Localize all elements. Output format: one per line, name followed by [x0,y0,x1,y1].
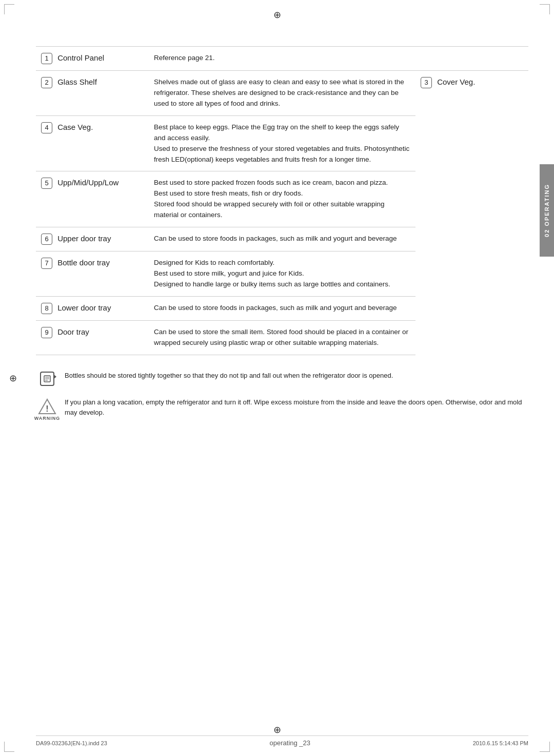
num-badge: 9 [41,327,52,338]
side-tab-text: 02 OPERATING [544,184,550,237]
compass-top-icon: ⊕ [273,9,281,21]
table-row-label: 4 Case Veg. [36,115,149,171]
num-badge: 2 [41,77,52,88]
table-row-desc: Can be used to store the small item. Sto… [149,320,416,355]
table-row: 8 Lower door trayCan be used to store fo… [36,296,528,320]
notes-section: Bottles should be stored tightly togethe… [36,371,528,421]
num-badge: 1 [41,53,52,64]
crop-mark-tr [540,4,550,14]
num-badge: 4 [41,122,52,133]
num-badge: 6 [41,234,52,245]
table-row-desc: Designed for Kids to reach comfortably.B… [149,251,416,297]
table-row-label: 6 Upper door tray [36,227,149,251]
table-row-label: 3 Cover Veg. [416,71,528,116]
memo-text: Bottles should be stored tightly togethe… [65,371,393,381]
num-badge: 8 [41,303,52,314]
table-row-label: 1 Control Panel [36,47,149,71]
table-row-label: 9 Door tray [36,320,149,355]
footer-left: DA99-03236J(EN-1).indd 23 [36,740,107,746]
table-row: 1 Control PanelReference page 21. [36,47,528,71]
table-row-desc: Best place to keep eggs. Place the Egg t… [149,115,416,171]
table-row-label: 2 Glass Shelf [36,71,149,116]
footer: DA99-03236J(EN-1).indd 23 operating _23 … [36,735,528,747]
warning-icon-inner: ! WARNING [36,398,58,421]
table-row-label: 5 Upp/Mid/Upp/Low [36,171,149,227]
table-row-desc: Can be used to store foods in packages, … [149,296,416,320]
svg-text:!: ! [46,404,48,413]
memo-icon-wrap [36,372,58,386]
footer-page-number: operating _23 [270,739,311,747]
warning-icon-wrap: ! WARNING [36,398,58,421]
footer-right: 2010.6.15 5:14:43 PM [473,740,528,746]
table-row-desc: Can be used to store foods in packages, … [149,227,416,251]
compass-left-icon: ⊕ [9,373,17,384]
num-badge: 5 [41,178,52,189]
crop-mark-tl [4,4,14,14]
num-badge: 7 [41,258,52,269]
num-badge: 3 [421,77,432,88]
table-row-desc: Shelves made out of glass are easy to cl… [149,71,416,116]
table-row: 4 Case Veg.Best place to keep eggs. Plac… [36,115,528,171]
table-row: 7 Bottle door trayDesigned for Kids to r… [36,251,528,297]
warning-text: If you plan a long vacation, empty the r… [65,397,528,418]
memo-svg [44,375,51,382]
table-row: 5 Upp/Mid/Upp/LowBest used to store pack… [36,171,528,227]
compass-bottom-icon: ⊕ [273,724,281,735]
table-row: 9 Door trayCan be used to store the smal… [36,320,528,355]
table-row-desc: Reference page 21. [149,47,416,71]
crop-mark-br [540,742,550,752]
memo-icon [40,372,54,386]
table-row-desc: Best used to store packed frozen foods s… [149,171,416,227]
side-tab: 02 OPERATING [540,164,554,257]
memo-note: Bottles should be stored tightly togethe… [36,371,528,386]
table-row: 6 Upper door trayCan be used to store fo… [36,227,528,251]
main-content: 1 Control PanelReference page 21.2 Glass… [36,46,528,725]
table-row-label: 8 Lower door tray [36,296,149,320]
warning-triangle-svg: ! [38,398,56,415]
crop-mark-bl [4,742,14,752]
table-row-label: 7 Bottle door tray [36,251,149,297]
warning-note: ! WARNING If you plan a long vacation, e… [36,397,528,421]
warning-label: WARNING [34,416,61,421]
parts-table: 1 Control PanelReference page 21.2 Glass… [36,46,528,355]
